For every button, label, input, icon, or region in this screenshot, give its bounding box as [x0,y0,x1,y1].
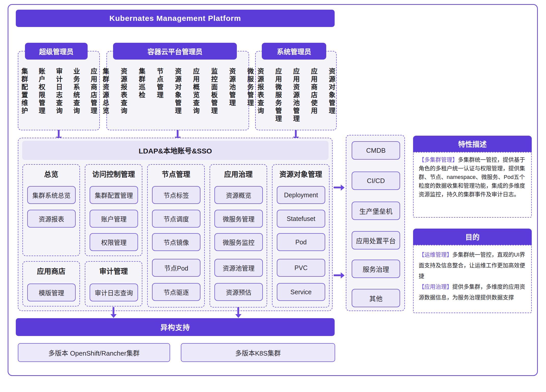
module-item-label: 模版管理 [39,288,64,297]
role-capability: 资源报表查询 [119,68,128,115]
module-item: 节点调度 [152,210,200,228]
role-badge-platform-admin: 容器云平台管理员 [113,43,237,60]
module-title: 资源对象管理 [272,169,329,179]
role-capabilities-platform-admin: 集群资源总览 资源报表查询 集群巡检 节点管理 资源对象管理 应用概览查询 监控… [106,68,249,115]
module-item-label: 集群系统总览 [32,190,71,200]
module-item: 账户管理 [90,210,138,228]
cluster-box-openshift-rancher: 多版本 OpenShift/Rancher集群 [18,343,170,362]
role-capability: 业务系统查询 [72,68,81,115]
module-item: 权限管理 [90,233,138,251]
arrow-down-icon [237,307,239,314]
module-item-label: Statefuset [287,215,316,222]
role-capability: 应用商店管理 [89,68,98,115]
integration-item: CMDB [352,141,400,160]
module-item: 节点镜像 [152,233,200,251]
hetero-support-banner: 异构支持 [16,318,335,336]
module-column-access-control: 访问控制管理 集群配置管理 账户管理 权限管理 [85,164,142,256]
module-item-label: 节点驱逐 [163,287,189,297]
arrow-down-icon [295,130,297,137]
kubernetes-platform-architecture-diagram: Kubernates Management Platform 超级管理员 集群配… [0,0,546,392]
module-item: 节点Pod [152,259,200,277]
module-column-audit: 审计管理 审计日志查询 [85,261,142,306]
role-capability: 资源对象管理 [173,68,183,115]
role-capabilities-super-admin: 集群配置维护 账户权限管理 审计日志查询 业务系统查询 应用商店管理 [18,68,100,115]
module-column-app-governance: 应用治理 资源概览 微服务管理 微服务监控 资源池管理 资源预估 [210,164,267,307]
arrow-down-icon [113,307,114,314]
module-item: 审计日志查询 [90,284,138,301]
module-column-node-management: 节点管理 节点标签 节点调度 节点镜像 节点Pod 节点驱逐 [147,164,205,307]
integrations-column: CMDB CI/CD 生产堡垒机 应用处置平台 服务治理 其他 [346,135,405,311]
module-item-label: 账户管理 [101,214,127,223]
module-item-label: 权限管理 [101,237,127,247]
integration-item: 生产堡垒机 [352,202,400,220]
module-item-label: 资源概览 [226,190,251,200]
module-item-label: 微服务管理 [223,214,254,223]
feature-panel-header: 特性描述 [413,136,532,152]
module-item-label: Deployment [284,191,318,199]
auth-bar: LDAP&本地账号&SSO [22,141,329,160]
feature-text: 【多集群管理】多集群统一管控，提供基于角色的多租户统一认证与权限管理，提供集群、… [419,156,526,199]
module-item: PVC [277,259,325,277]
role-capability: 集群资源总览 [101,68,110,115]
module-title: 审计管理 [85,266,142,276]
purpose-panel-body: 【运维管理】多集群统一管控，直观的UI界面支持及信息整合，让运维工作更加高效便捷… [413,245,532,313]
role-capability: 节点管理 [155,68,165,99]
role-badge-label: 容器云平台管理员 [147,46,202,56]
feature-tag: 【多集群管理】 [419,157,458,163]
feature-panel-body: 【多集群管理】多集群统一管控，提供基于角色的多租户统一认证与权限管理，提供集群、… [413,152,532,218]
module-item: 节点驱逐 [152,283,200,301]
role-badge-super-admin: 超级管理员 [25,43,88,60]
module-item-label: 微服务监控 [223,237,254,247]
role-capability: 应用资源池管理 [291,68,301,123]
integration-item-label: 生产堡垒机 [359,206,392,216]
role-badge-label: 超级管理员 [39,46,74,56]
role-capability: 资源对象管理 [327,68,336,115]
module-item: Service [277,283,325,301]
role-capability: 资源报表查询 [256,68,265,115]
arrow-down-icon [177,130,179,137]
module-item: Deployment [277,186,325,204]
module-item: 资源预估 [214,283,263,301]
cluster-box-label: 多版本K8S集群 [235,348,281,357]
module-item-label: 节点镜像 [163,237,189,247]
module-item-label: 集群配置管理 [95,190,133,200]
role-badge-label: 系统管理员 [277,46,311,56]
integration-item-label: 应用处置平台 [356,236,396,245]
purpose-tag: 【应用治理】 [419,284,452,290]
integration-item-label: 其他 [369,293,383,303]
arrow-down-icon [58,130,60,137]
module-item: Statefuset [277,210,325,228]
module-title: 总览 [23,169,79,179]
integration-item-label: CI/CD [367,177,385,185]
cluster-box-label: 多版本 OpenShift/Rancher集群 [48,348,140,357]
role-capability: 应用商店使用 [309,68,319,115]
module-item: 模版管理 [27,284,76,301]
role-capability: 集群配置维护 [20,68,29,115]
hetero-banner-label: 异构支持 [160,322,190,332]
role-capabilities-system-admin: 资源报表查询 应用微服务管理 应用资源池管理 应用商店使用 资源对象管理 [255,68,337,123]
module-item: 资源池管理 [214,259,263,277]
module-item: Pod [277,233,325,251]
role-capability: 集群巡检 [137,68,146,99]
module-title: 应用治理 [210,169,267,179]
role-capability: 微服务管理 [245,68,255,107]
module-title: 访问控制管理 [85,169,142,179]
purpose-tag: 【运维管理】 [419,251,452,258]
role-capability: 审计日志查询 [54,68,64,115]
module-item: 资源报表 [27,210,76,228]
integration-item-label: 服务治理 [363,264,389,274]
module-item-label: 节点标签 [163,190,189,200]
role-capability: 资源池管理 [227,68,237,107]
module-item: 资源概览 [214,186,263,204]
module-item: 节点标签 [152,186,200,204]
purpose-entry: 【运维管理】多集群统一管控，直观的UI界面支持及信息整合，让运维工作更加高效便捷 [419,249,526,282]
module-item-label: PVC [294,264,307,272]
module-column-app-store: 应用商店 模版管理 [22,261,80,306]
role-badge-system-admin: 系统管理员 [262,43,326,60]
module-column-resource-objects: 资源对象管理 Deployment Statefuset Pod PVC Ser… [272,164,330,307]
main-title-banner: Kubernates Management Platform [16,10,335,27]
module-item: 微服务管理 [214,210,263,228]
role-capability: 应用概览查询 [191,68,201,115]
cluster-box-k8s: 多版本K8S集群 [181,343,335,362]
feature-panel-title: 特性描述 [458,139,487,149]
